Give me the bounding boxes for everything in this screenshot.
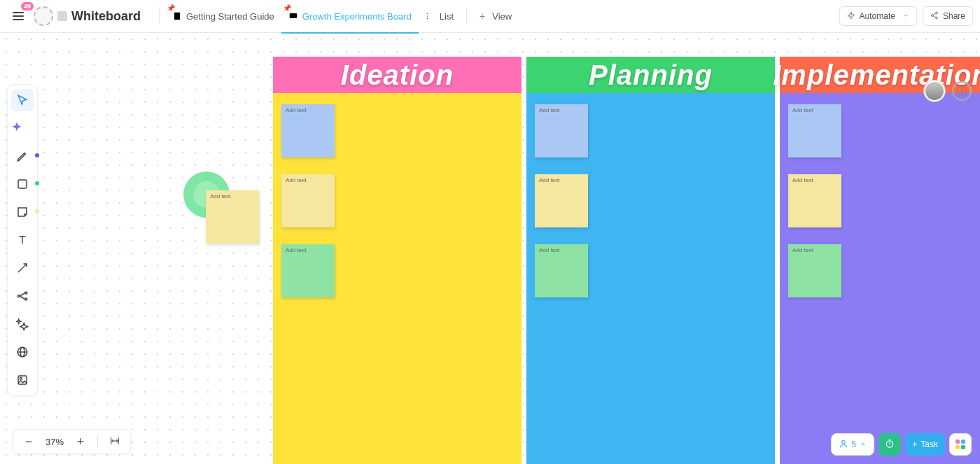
top-bar: 49 Whiteboard 📌 Getting Started Guide 📌 … (0, 0, 980, 33)
sticky-note[interactable]: Add text (788, 244, 841, 297)
zoom-out-button[interactable]: − (22, 435, 36, 449)
sticky-placeholder: Add text (210, 193, 230, 199)
color-indicator (35, 181, 39, 185)
whiteboard-canvas[interactable]: Add text Ideation Add text Add text Add … (0, 33, 980, 464)
magic-tool[interactable] (11, 313, 34, 335)
select-tool[interactable] (11, 89, 34, 111)
text-tool[interactable] (11, 229, 34, 251)
sticky-placeholder: Add text (539, 107, 559, 113)
collaborator-count: 5 (852, 440, 857, 449)
svg-rect-3 (290, 13, 298, 18)
tab-getting-started[interactable]: 📌 Getting Started Guide (165, 0, 281, 33)
shape-tool[interactable] (11, 173, 34, 195)
bolt-icon (847, 11, 855, 22)
ai-tool[interactable] (11, 117, 34, 139)
color-indicator (35, 153, 39, 157)
sticky-placeholder: Add text (539, 177, 559, 183)
sticky-note[interactable]: Add text (535, 104, 588, 157)
add-view-button[interactable]: + View (472, 0, 519, 33)
automate-label: Automate (860, 11, 895, 21)
svg-rect-32 (18, 376, 27, 384)
svg-point-25 (25, 292, 27, 294)
svg-marker-11 (848, 12, 854, 19)
zoom-in-button[interactable]: + (74, 435, 88, 449)
svg-point-9 (427, 15, 428, 16)
help-button[interactable]: ⓘ (952, 81, 972, 101)
add-task-button[interactable]: + Task (905, 433, 945, 456)
svg-point-24 (18, 295, 20, 297)
sticky-note[interactable]: Add text (281, 244, 335, 297)
pen-tool[interactable] (11, 145, 34, 167)
task-label: Task (920, 440, 938, 449)
sticky-note[interactable]: Add text (535, 244, 588, 297)
svg-line-27 (20, 293, 25, 297)
sticky-note[interactable]: Add text (788, 104, 841, 157)
column-implementation[interactable]: Implementation Add text Add text Add tex… (780, 57, 980, 464)
connector-tool[interactable] (11, 257, 34, 279)
automate-button[interactable]: Automate (839, 6, 917, 26)
sticky-placeholder: Add text (286, 177, 306, 183)
folder-icon (57, 11, 67, 21)
relationship-tool[interactable] (11, 285, 34, 307)
share-button[interactable]: Share (923, 6, 973, 26)
svg-point-12 (935, 12, 937, 14)
svg-rect-21 (18, 180, 27, 188)
chevron-down-icon (902, 11, 909, 21)
add-view-label: View (492, 11, 512, 22)
page-title: Whiteboard (71, 9, 141, 24)
fit-width-button[interactable] (108, 435, 122, 449)
column-header: Ideation (273, 57, 522, 93)
plus-icon: + (479, 10, 485, 22)
menu-button[interactable]: 49 (7, 5, 29, 27)
chevron-up-icon (860, 440, 867, 449)
sticky-placeholder: Add text (286, 247, 306, 253)
svg-point-8 (427, 13, 428, 14)
column-planning[interactable]: Planning Add text Add text Add text (526, 57, 775, 464)
web-tool[interactable] (11, 341, 34, 363)
column-header: Planning (526, 57, 775, 93)
svg-point-26 (25, 298, 27, 300)
tool-palette (7, 84, 38, 396)
column-body[interactable]: Add text Add text Add text (780, 93, 980, 464)
whiteboard-icon (288, 11, 298, 21)
document-icon (172, 11, 182, 21)
column-title: Ideation (341, 59, 454, 91)
tab-list[interactable]: List (419, 0, 461, 33)
svg-point-14 (935, 17, 937, 19)
apps-button[interactable] (949, 433, 972, 456)
sticky-note[interactable]: Add text (535, 174, 588, 227)
sticky-note[interactable]: Add text (281, 174, 335, 227)
svg-line-16 (933, 15, 935, 17)
tab-growth-experiments[interactable]: 📌 Growth Experiments Board (281, 0, 419, 33)
dragging-sticky-note[interactable]: Add text (206, 190, 259, 244)
zoom-value[interactable]: 37% (46, 437, 64, 447)
hamburger-icon (13, 12, 24, 20)
column-body[interactable]: Add text Add text Add text (273, 93, 522, 464)
share-label: Share (943, 11, 965, 21)
svg-point-33 (20, 377, 22, 379)
tab-label: Growth Experiments Board (302, 11, 412, 22)
sticky-placeholder: Add text (286, 107, 306, 113)
user-avatar[interactable] (924, 80, 945, 101)
color-indicator (35, 209, 39, 213)
column-body[interactable]: Add text Add text Add text (526, 93, 775, 464)
zoom-controls: − 37% + (13, 429, 131, 454)
people-icon (839, 439, 848, 451)
pin-icon: 📌 (167, 4, 175, 12)
collaborators-chip[interactable]: 5 (831, 433, 875, 456)
sticky-placeholder: Add text (792, 177, 813, 183)
apps-grid-icon (955, 440, 965, 449)
tab-label: List (440, 11, 454, 22)
sticky-note[interactable]: Add text (788, 174, 841, 227)
timer-button[interactable] (878, 433, 901, 456)
notification-badge: 49 (21, 2, 34, 10)
column-ideation[interactable]: Ideation Add text Add text Add text (273, 57, 522, 464)
svg-point-18 (887, 440, 893, 447)
svg-point-13 (931, 14, 933, 16)
sticky-note[interactable]: Add text (281, 104, 335, 157)
svg-rect-0 (174, 13, 180, 20)
image-tool[interactable] (11, 369, 34, 391)
list-icon (426, 11, 435, 21)
sticky-note-tool[interactable] (11, 201, 34, 223)
tab-label: Getting Started Guide (186, 11, 274, 22)
